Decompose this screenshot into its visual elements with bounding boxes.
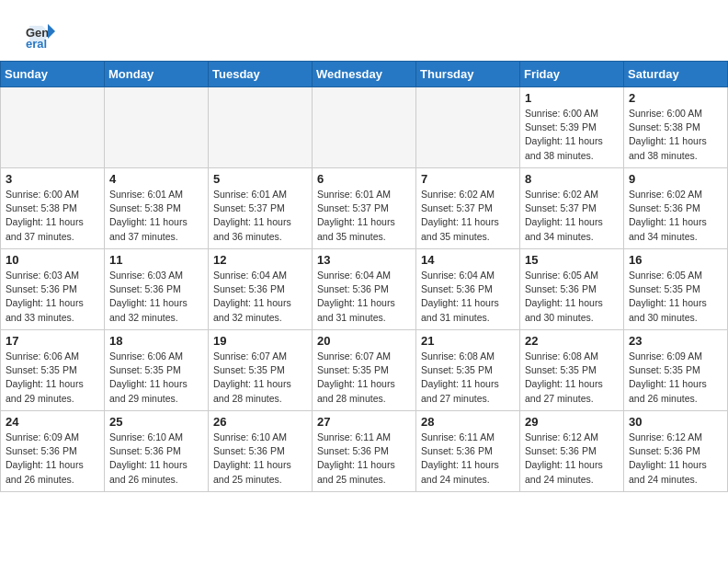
calendar-week-row: 24Sunrise: 6:09 AMSunset: 5:36 PMDayligh… bbox=[1, 411, 728, 492]
day-info: Sunrise: 6:01 AMSunset: 5:38 PMDaylight:… bbox=[109, 188, 203, 244]
day-info: Sunrise: 6:10 AMSunset: 5:36 PMDaylight:… bbox=[213, 431, 307, 487]
day-info: Sunrise: 6:02 AMSunset: 5:37 PMDaylight:… bbox=[421, 188, 515, 244]
day-info: Sunrise: 6:07 AMSunset: 5:35 PMDaylight:… bbox=[213, 350, 307, 406]
calendar-cell: 21Sunrise: 6:08 AMSunset: 5:35 PMDayligh… bbox=[416, 330, 520, 411]
calendar-cell: 13Sunrise: 6:04 AMSunset: 5:36 PMDayligh… bbox=[313, 249, 416, 330]
calendar-cell: 29Sunrise: 6:12 AMSunset: 5:36 PMDayligh… bbox=[520, 411, 624, 492]
day-info: Sunrise: 6:00 AMSunset: 5:38 PMDaylight:… bbox=[629, 107, 722, 163]
day-info: Sunrise: 6:04 AMSunset: 5:36 PMDaylight:… bbox=[213, 269, 307, 325]
day-info: Sunrise: 6:05 AMSunset: 5:35 PMDaylight:… bbox=[629, 269, 722, 325]
calendar-header-row: SundayMondayTuesdayWednesdayThursdayFrid… bbox=[1, 62, 728, 87]
calendar-cell: 18Sunrise: 6:06 AMSunset: 5:35 PMDayligh… bbox=[105, 330, 209, 411]
day-number: 17 bbox=[6, 334, 99, 348]
day-info: Sunrise: 6:06 AMSunset: 5:35 PMDaylight:… bbox=[109, 350, 203, 406]
calendar-cell: 9Sunrise: 6:02 AMSunset: 5:36 PMDaylight… bbox=[624, 168, 728, 249]
day-info: Sunrise: 6:07 AMSunset: 5:35 PMDaylight:… bbox=[317, 350, 411, 406]
day-number: 11 bbox=[109, 253, 203, 267]
calendar-cell: 4Sunrise: 6:01 AMSunset: 5:38 PMDaylight… bbox=[105, 168, 209, 249]
calendar-cell: 22Sunrise: 6:08 AMSunset: 5:35 PMDayligh… bbox=[520, 330, 624, 411]
logo-icon: Gen eral bbox=[22, 17, 57, 52]
calendar-cell: 26Sunrise: 6:10 AMSunset: 5:36 PMDayligh… bbox=[209, 411, 313, 492]
calendar-cell: 2Sunrise: 6:00 AMSunset: 5:38 PMDaylight… bbox=[624, 87, 728, 168]
day-info: Sunrise: 6:09 AMSunset: 5:35 PMDaylight:… bbox=[629, 350, 722, 406]
calendar-cell: 15Sunrise: 6:05 AMSunset: 5:36 PMDayligh… bbox=[520, 249, 624, 330]
day-number: 9 bbox=[629, 172, 722, 186]
calendar-cell: 8Sunrise: 6:02 AMSunset: 5:37 PMDaylight… bbox=[520, 168, 624, 249]
day-info: Sunrise: 6:02 AMSunset: 5:37 PMDaylight:… bbox=[525, 188, 619, 244]
calendar-cell: 3Sunrise: 6:00 AMSunset: 5:38 PMDaylight… bbox=[1, 168, 105, 249]
day-info: Sunrise: 6:11 AMSunset: 5:36 PMDaylight:… bbox=[317, 431, 411, 487]
day-number: 14 bbox=[421, 253, 515, 267]
calendar-cell bbox=[105, 87, 209, 168]
calendar-week-row: 17Sunrise: 6:06 AMSunset: 5:35 PMDayligh… bbox=[1, 330, 728, 411]
calendar-day-header: Monday bbox=[105, 62, 209, 87]
day-info: Sunrise: 6:00 AMSunset: 5:39 PMDaylight:… bbox=[525, 107, 619, 163]
calendar-cell: 28Sunrise: 6:11 AMSunset: 5:36 PMDayligh… bbox=[416, 411, 520, 492]
day-number: 1 bbox=[525, 91, 619, 105]
calendar-cell: 20Sunrise: 6:07 AMSunset: 5:35 PMDayligh… bbox=[313, 330, 416, 411]
day-info: Sunrise: 6:09 AMSunset: 5:36 PMDaylight:… bbox=[6, 431, 99, 487]
calendar-week-row: 10Sunrise: 6:03 AMSunset: 5:36 PMDayligh… bbox=[1, 249, 728, 330]
day-number: 13 bbox=[317, 253, 411, 267]
day-number: 6 bbox=[317, 172, 411, 186]
day-info: Sunrise: 6:12 AMSunset: 5:36 PMDaylight:… bbox=[629, 431, 722, 487]
day-number: 23 bbox=[629, 334, 722, 348]
day-info: Sunrise: 6:01 AMSunset: 5:37 PMDaylight:… bbox=[213, 188, 307, 244]
calendar-week-row: 1Sunrise: 6:00 AMSunset: 5:39 PMDaylight… bbox=[1, 87, 728, 168]
calendar-cell: 12Sunrise: 6:04 AMSunset: 5:36 PMDayligh… bbox=[209, 249, 313, 330]
day-number: 15 bbox=[525, 253, 619, 267]
calendar-cell: 19Sunrise: 6:07 AMSunset: 5:35 PMDayligh… bbox=[209, 330, 313, 411]
calendar-table: SundayMondayTuesdayWednesdayThursdayFrid… bbox=[0, 61, 728, 492]
calendar-cell bbox=[416, 87, 520, 168]
calendar-day-header: Thursday bbox=[416, 62, 520, 87]
calendar-cell: 7Sunrise: 6:02 AMSunset: 5:37 PMDaylight… bbox=[416, 168, 520, 249]
svg-text:eral: eral bbox=[26, 37, 47, 51]
day-number: 7 bbox=[421, 172, 515, 186]
day-info: Sunrise: 6:12 AMSunset: 5:36 PMDaylight:… bbox=[525, 431, 619, 487]
day-number: 29 bbox=[525, 415, 619, 429]
day-info: Sunrise: 6:04 AMSunset: 5:36 PMDaylight:… bbox=[317, 269, 411, 325]
day-number: 12 bbox=[213, 253, 307, 267]
day-number: 18 bbox=[109, 334, 203, 348]
day-number: 19 bbox=[213, 334, 307, 348]
day-info: Sunrise: 6:08 AMSunset: 5:35 PMDaylight:… bbox=[525, 350, 619, 406]
day-info: Sunrise: 6:05 AMSunset: 5:36 PMDaylight:… bbox=[525, 269, 619, 325]
day-info: Sunrise: 6:03 AMSunset: 5:36 PMDaylight:… bbox=[6, 269, 99, 325]
day-number: 26 bbox=[213, 415, 307, 429]
calendar-cell: 16Sunrise: 6:05 AMSunset: 5:35 PMDayligh… bbox=[624, 249, 728, 330]
day-number: 5 bbox=[213, 172, 307, 186]
day-number: 4 bbox=[109, 172, 203, 186]
day-info: Sunrise: 6:01 AMSunset: 5:37 PMDaylight:… bbox=[317, 188, 411, 244]
day-number: 10 bbox=[6, 253, 99, 267]
day-number: 25 bbox=[109, 415, 203, 429]
calendar-day-header: Sunday bbox=[1, 62, 105, 87]
day-number: 20 bbox=[317, 334, 411, 348]
calendar-cell bbox=[1, 87, 105, 168]
page: Gen eral SundayMondayTuesdayWednesdayThu… bbox=[0, 0, 728, 563]
day-number: 30 bbox=[629, 415, 722, 429]
day-info: Sunrise: 6:00 AMSunset: 5:38 PMDaylight:… bbox=[6, 188, 99, 244]
calendar-cell: 6Sunrise: 6:01 AMSunset: 5:37 PMDaylight… bbox=[313, 168, 416, 249]
calendar-cell bbox=[209, 87, 313, 168]
day-info: Sunrise: 6:11 AMSunset: 5:36 PMDaylight:… bbox=[421, 431, 515, 487]
logo: Gen eral bbox=[22, 17, 61, 52]
day-info: Sunrise: 6:04 AMSunset: 5:36 PMDaylight:… bbox=[421, 269, 515, 325]
day-number: 28 bbox=[421, 415, 515, 429]
calendar-cell: 30Sunrise: 6:12 AMSunset: 5:36 PMDayligh… bbox=[624, 411, 728, 492]
calendar-cell: 24Sunrise: 6:09 AMSunset: 5:36 PMDayligh… bbox=[1, 411, 105, 492]
day-number: 21 bbox=[421, 334, 515, 348]
day-number: 27 bbox=[317, 415, 411, 429]
calendar-day-header: Friday bbox=[520, 62, 624, 87]
day-info: Sunrise: 6:08 AMSunset: 5:35 PMDaylight:… bbox=[421, 350, 515, 406]
day-number: 2 bbox=[629, 91, 722, 105]
day-info: Sunrise: 6:02 AMSunset: 5:36 PMDaylight:… bbox=[629, 188, 722, 244]
day-number: 22 bbox=[525, 334, 619, 348]
day-number: 24 bbox=[6, 415, 99, 429]
calendar-cell: 5Sunrise: 6:01 AMSunset: 5:37 PMDaylight… bbox=[209, 168, 313, 249]
day-number: 3 bbox=[6, 172, 99, 186]
calendar-day-header: Saturday bbox=[624, 62, 728, 87]
calendar-day-header: Wednesday bbox=[313, 62, 416, 87]
calendar-cell: 27Sunrise: 6:11 AMSunset: 5:36 PMDayligh… bbox=[313, 411, 416, 492]
calendar-cell: 17Sunrise: 6:06 AMSunset: 5:35 PMDayligh… bbox=[1, 330, 105, 411]
day-info: Sunrise: 6:03 AMSunset: 5:36 PMDaylight:… bbox=[109, 269, 203, 325]
